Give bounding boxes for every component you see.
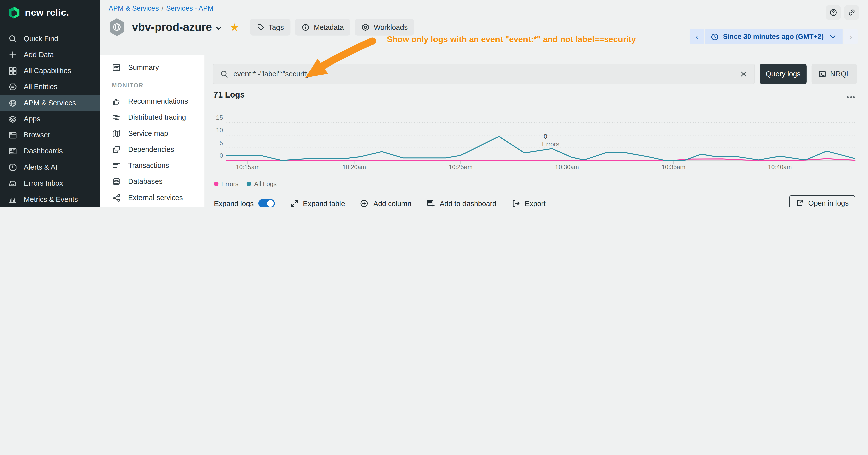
board-icon bbox=[112, 63, 121, 72]
chevron-down-icon bbox=[829, 32, 837, 41]
newrelic-logo[interactable]: new relic. bbox=[0, 0, 100, 19]
local-nav-item-label: Transactions bbox=[128, 161, 169, 169]
window-icon bbox=[8, 130, 17, 139]
stack-icon bbox=[8, 115, 17, 123]
sidebar-item-label: Errors Inbox bbox=[24, 179, 63, 187]
expand-table-button[interactable]: Expand table bbox=[289, 199, 345, 207]
open-in-logs-label: Open in logs bbox=[808, 198, 848, 207]
chart-point-series: Errors bbox=[542, 140, 559, 148]
sidebar-item-quick-find[interactable]: Quick Find bbox=[0, 31, 100, 46]
db-icon bbox=[112, 177, 121, 186]
newrelic-app: new relic. Quick FindAdd DataAll Capabil… bbox=[0, 0, 868, 207]
time-back-button[interactable]: ‹ bbox=[690, 29, 704, 44]
local-nav-section-monitor: MONITOR bbox=[100, 82, 205, 89]
search-icon bbox=[8, 34, 17, 43]
sidebar-item-apm-services[interactable]: APM & Services bbox=[0, 95, 100, 111]
legend-item-errors[interactable]: Errors bbox=[214, 181, 239, 187]
link-icon bbox=[847, 8, 856, 17]
chart-options-menu[interactable] bbox=[847, 97, 855, 98]
legend-item-all-logs[interactable]: All Logs bbox=[247, 181, 277, 187]
service-hexagon-icon bbox=[108, 18, 125, 36]
copy-link-button[interactable] bbox=[844, 5, 859, 20]
local-nav-item-recommendations[interactable]: Recommendations bbox=[100, 93, 205, 109]
sidebar-item-dashboards[interactable]: Dashboards bbox=[0, 143, 100, 159]
nrql-button[interactable]: NRQL bbox=[811, 64, 857, 84]
tag-icon bbox=[256, 23, 265, 31]
dashboard-plus-icon bbox=[426, 199, 435, 207]
svg-text:0: 0 bbox=[219, 152, 223, 159]
hexlist-icon bbox=[8, 83, 17, 91]
tracing-icon bbox=[112, 113, 121, 122]
global-nav-list: Quick FindAdd DataAll CapabilitiesAll En… bbox=[0, 31, 100, 207]
metadata-button[interactable]: Metadata bbox=[295, 19, 350, 35]
local-nav-item-label: Summary bbox=[128, 63, 159, 71]
favorite-star-icon[interactable]: ★ bbox=[230, 22, 239, 32]
expand-logs-label: Expand logs bbox=[214, 199, 253, 207]
thumb-icon bbox=[112, 97, 121, 105]
plus-icon bbox=[8, 50, 17, 59]
sidebar-item-alerts-ai[interactable]: Alerts & AI bbox=[0, 159, 100, 175]
time-forward-button[interactable]: › bbox=[843, 29, 858, 44]
tags-button[interactable]: Tags bbox=[250, 19, 290, 35]
sidebar-item-all-capabilities[interactable]: All Capabilities bbox=[0, 63, 100, 79]
sidebar-item-add-data[interactable]: Add Data bbox=[0, 46, 100, 63]
local-nav-item-external-services[interactable]: External services bbox=[100, 190, 205, 205]
add-to-dashboard-button[interactable]: Add to dashboard bbox=[426, 199, 496, 207]
legend-label: Errors bbox=[221, 181, 239, 187]
workloads-button[interactable]: Workloads bbox=[355, 19, 414, 35]
sidebar-item-label: All Capabilities bbox=[24, 66, 71, 75]
query-logs-button[interactable]: Query logs bbox=[760, 64, 806, 84]
sidebar-item-label: Alerts & AI bbox=[24, 163, 58, 171]
sidebar-item-all-entities[interactable]: All Entities bbox=[0, 78, 100, 95]
global-sidebar: new relic. Quick FindAdd DataAll Capabil… bbox=[0, 0, 100, 207]
copies-icon bbox=[112, 145, 121, 154]
local-nav-item-dependencies[interactable]: Dependencies bbox=[100, 141, 205, 158]
header-actions bbox=[826, 5, 859, 20]
add-column-button[interactable]: Add column bbox=[360, 199, 411, 207]
breadcrumb: APM & Services / Services - APM bbox=[108, 4, 214, 12]
local-nav-item-service-map[interactable]: Service map bbox=[100, 125, 205, 141]
add-column-label: Add column bbox=[373, 199, 411, 207]
sidebar-item-browser[interactable]: Browser bbox=[0, 127, 100, 143]
local-nav-item-transactions[interactable]: Transactions bbox=[100, 158, 205, 173]
logs-count-title: 71 Logs bbox=[214, 90, 245, 99]
open-in-logs-button[interactable]: Open in logs bbox=[789, 195, 856, 207]
time-range-button[interactable]: Since 30 minutes ago (GMT+2) bbox=[705, 29, 842, 44]
local-nav-item-summary[interactable]: Summary bbox=[100, 59, 205, 75]
logs-search-input[interactable]: event:* -"label":"security" bbox=[213, 64, 755, 84]
sidebar-item-errors-inbox[interactable]: Errors Inbox bbox=[0, 175, 100, 191]
chart-point-value: 0 bbox=[544, 132, 548, 140]
export-button[interactable]: Export bbox=[512, 199, 546, 207]
local-nav-item-databases[interactable]: Databases bbox=[100, 173, 205, 190]
sidebar-item-label: Dashboards bbox=[24, 147, 63, 155]
board-icon bbox=[8, 147, 17, 156]
svg-text:5: 5 bbox=[219, 139, 223, 147]
svg-text:10:20am: 10:20am bbox=[342, 163, 366, 170]
local-nav-item-label: Recommendations bbox=[128, 97, 188, 105]
expand-logs-control: Expand logs bbox=[214, 199, 275, 207]
entity-pill-buttons: TagsMetadataWorkloads bbox=[250, 19, 414, 35]
octagon-icon bbox=[8, 162, 17, 171]
page-header: APM & Services / Services - APM vbv-prod… bbox=[100, 0, 868, 56]
sidebar-item-apps[interactable]: Apps bbox=[0, 111, 100, 127]
breadcrumb-apm-services[interactable]: APM & Services bbox=[108, 4, 159, 12]
time-picker: ‹ Since 30 minutes ago (GMT+2) › bbox=[690, 29, 858, 44]
sidebar-item-label: Apps bbox=[24, 115, 40, 123]
legend-dot bbox=[247, 182, 251, 186]
legend-dot bbox=[214, 182, 218, 186]
svg-text:10: 10 bbox=[216, 127, 223, 133]
entity-chevron-down-icon[interactable] bbox=[215, 25, 222, 32]
local-nav-item-label: Distributed tracing bbox=[128, 113, 186, 122]
terminal-icon bbox=[818, 70, 827, 78]
local-nav-item-distributed-tracing[interactable]: Distributed tracing bbox=[100, 109, 205, 125]
logs-timeseries-chart: 05101510:15am10:20am10:25am10:30am10:35a… bbox=[213, 104, 863, 176]
sidebar-item-label: All Entities bbox=[24, 83, 58, 91]
svg-text:15: 15 bbox=[216, 114, 223, 121]
clear-search-icon[interactable] bbox=[740, 70, 748, 78]
help-button[interactable] bbox=[826, 5, 841, 20]
annotation-text: Show only logs with an event "event:*" a… bbox=[387, 34, 636, 43]
local-nav-item-label: External services bbox=[128, 194, 183, 202]
breadcrumb-services-apm[interactable]: Services - APM bbox=[166, 4, 214, 12]
sidebar-item-metrics-events[interactable]: Metrics & Events bbox=[0, 191, 100, 207]
expand-logs-toggle[interactable] bbox=[258, 199, 275, 207]
